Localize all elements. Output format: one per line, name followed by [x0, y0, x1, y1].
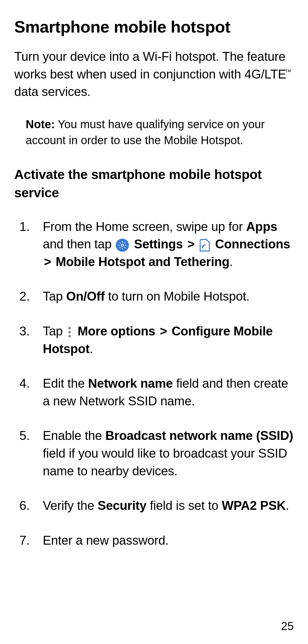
- step-5-text-2: field if you would like to broadcast you…: [43, 446, 287, 478]
- settings-icon: [116, 239, 129, 252]
- step-4: Edit the Network name field and then cre…: [14, 375, 294, 410]
- step-1-text-1: From the Home screen, swipe up for: [43, 220, 246, 234]
- step-6-text-2: field is set to: [147, 498, 222, 512]
- intro-paragraph: Turn your device into a Wi-Fi hotspot. T…: [14, 48, 294, 100]
- step-4-netname: Network name: [88, 376, 173, 390]
- step-3: Tap More options > Configure Mobile Hots…: [14, 322, 294, 357]
- step-5-text-1: Enable the: [43, 428, 105, 442]
- step-1-apps: Apps: [246, 220, 277, 234]
- step-2-text-1: Tap: [43, 289, 66, 303]
- step-3-period: .: [90, 342, 93, 356]
- steps-list: From the Home screen, swipe up for Apps …: [14, 218, 294, 549]
- trademark-symbol: ™: [285, 68, 291, 75]
- step-4-text-1: Edit the: [43, 376, 88, 390]
- step-2: Tap On/Off to turn on Mobile Hotspot.: [14, 287, 294, 305]
- note-label: Note:: [26, 118, 55, 130]
- svg-point-0: [121, 244, 123, 246]
- step-5-broadcast: Broadcast network name (SSID): [105, 428, 293, 442]
- page-number: 25: [281, 620, 294, 633]
- step-5: Enable the Broadcast network name (SSID)…: [14, 427, 294, 480]
- more-options-icon: [67, 326, 72, 338]
- step-6-period: .: [286, 498, 289, 512]
- step-7-text-1: Enter a new password.: [43, 533, 169, 547]
- connections-icon: [199, 239, 210, 252]
- step-2-onoff: On/Off: [66, 289, 105, 303]
- step-2-text-2: to turn on Mobile Hotspot.: [105, 289, 250, 303]
- step-6-text-1: Verify the: [43, 498, 98, 512]
- step-6-security: Security: [98, 498, 146, 512]
- intro-text-1: Turn your device into a Wi-Fi hotspot. T…: [14, 49, 286, 81]
- step-1: From the Home screen, swipe up for Apps …: [14, 218, 294, 271]
- step-1-connections: Connections: [212, 237, 290, 251]
- page-heading: Smartphone mobile hotspot: [14, 17, 294, 36]
- step-7: Enter a new password.: [14, 532, 294, 549]
- chevron-icon: >: [44, 255, 51, 269]
- step-1-mobilehotspot: Mobile Hotspot and Tethering: [52, 255, 229, 269]
- svg-point-1: [202, 247, 203, 248]
- step-1-settings: Settings: [131, 237, 183, 251]
- chevron-icon: >: [160, 324, 167, 338]
- step-3-text-1: Tap: [43, 324, 66, 338]
- chevron-icon: >: [187, 237, 194, 251]
- intro-text-2: data services.: [14, 84, 90, 98]
- step-1-period: .: [230, 255, 233, 269]
- section-heading: Activate the smartphone mobile hotspot s…: [14, 165, 294, 202]
- step-6-wpa: WPA2 PSK: [222, 498, 286, 512]
- note-block: Note: You must have qualifying service o…: [14, 116, 294, 148]
- step-3-more: More options: [74, 324, 155, 338]
- note-text: You must have qualifying service on your…: [26, 118, 265, 146]
- step-1-text-2: and then tap: [43, 237, 115, 251]
- step-6: Verify the Security field is set to WPA2…: [14, 497, 294, 514]
